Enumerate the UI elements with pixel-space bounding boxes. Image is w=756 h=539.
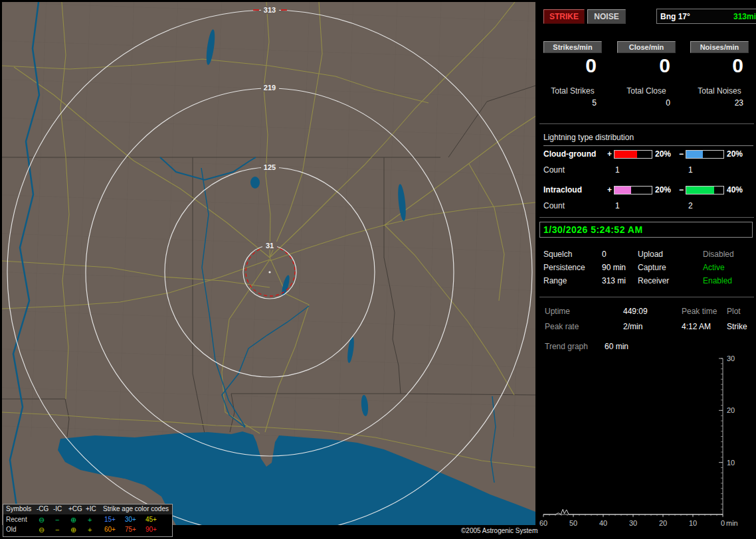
minus-ic-percent: 40% <box>727 185 743 194</box>
separator <box>539 123 754 124</box>
legend-row-label: Recent <box>6 516 27 523</box>
noise-mode-button[interactable]: NOISE <box>587 9 626 24</box>
svg-text:10: 10 <box>727 459 735 467</box>
legend-header: Symbols -CG -IC +CG +IC Strike age color… <box>3 504 172 514</box>
minus-ic-bar-fill <box>686 187 714 194</box>
type-name: Intracloud <box>543 185 582 194</box>
total-strikes-label: Total Strikes <box>543 86 602 96</box>
svg-text:min: min <box>726 519 738 527</box>
plus-ic-percent: 20% <box>655 185 671 194</box>
strikes-per-min-button[interactable]: Strikes/min <box>543 41 602 53</box>
minus-cg-percent: 20% <box>727 149 743 159</box>
total-close-value: 0 <box>617 98 670 108</box>
total-strikes-value: 5 <box>543 98 597 108</box>
type-name: Cloud-ground <box>543 149 596 159</box>
peak-time-value: 4:12 AM <box>682 322 711 331</box>
separator <box>539 217 754 218</box>
status-row: Range 313 mi Receiver Enabled <box>538 276 756 287</box>
plus-ic-count: 1 <box>615 201 620 210</box>
strike-trend-chart: 6050403020100302010min <box>538 355 756 534</box>
total-close-label: Total Close <box>617 86 676 96</box>
map-canvas: 313 219 125 31 <box>2 2 535 525</box>
strikes-counter: Strikes/min 0 Total Strikes 5 <box>543 41 602 121</box>
legend-header-neg-ic: -IC <box>53 505 62 512</box>
legend-header-pos-ic: +IC <box>86 505 96 512</box>
noises-per-min-value: 0 <box>690 54 743 77</box>
range-label: Range <box>543 276 567 285</box>
legend-header-pos-cg: +CG <box>68 505 82 512</box>
legend-row-label: Old <box>6 526 17 533</box>
receiver-status: Enabled <box>703 276 732 285</box>
intracloud-row: Intracloud + 20% − 40% <box>538 185 756 194</box>
strike-mode-button[interactable]: STRIKE <box>543 9 585 24</box>
noises-per-min-button[interactable]: Noises/min <box>690 41 749 53</box>
count-label: Count <box>543 165 565 175</box>
persistence-label: Persistence <box>543 263 585 272</box>
plot-label: Plot <box>727 307 741 316</box>
svg-text:20: 20 <box>659 519 667 527</box>
persistence-value: 90 min <box>602 263 626 272</box>
squelch-value: 0 <box>602 250 607 259</box>
age-chip: 15+ <box>104 516 116 523</box>
plus-cg-bar <box>614 150 652 159</box>
legend-row-recent: Recent ⊖ − ⊕ + 15+ 30+ 45+ <box>3 515 172 525</box>
noises-counter: Noises/min 0 Total Noises 23 <box>690 41 749 121</box>
lightning-map[interactable]: 313 219 125 31 <box>2 2 535 525</box>
strikes-per-min-value: 0 <box>543 54 597 77</box>
ring-label-31: 31 <box>266 242 274 250</box>
side-panel: STRIKE NOISE Bng 17° 313mi Strikes/min 0… <box>538 0 756 539</box>
neg-ic-symbol: − <box>55 516 59 524</box>
cloud-ground-row: Cloud-ground + 20% − 20% <box>538 149 756 159</box>
symbols-legend: Symbols -CG -IC +CG +IC Strike age color… <box>3 504 173 537</box>
minus-ic-bar <box>686 186 724 194</box>
stats-row: Peak rate 2/min 4:12 AM Strike <box>538 322 756 333</box>
plus-cg-count: 1 <box>615 165 620 175</box>
legend-header-symbols: Symbols <box>6 505 31 512</box>
clock-display: 1/30/2026 5:24:52 AM <box>539 222 753 238</box>
intracloud-count-row: Count 1 2 <box>538 201 756 210</box>
age-chip: 90+ <box>145 526 157 533</box>
bearing-value: Bng 17° <box>660 12 690 21</box>
minus-cg-bar-fill <box>686 151 703 158</box>
plus-sign: + <box>607 185 612 194</box>
close-counter: Close/min 0 Total Close 0 <box>617 41 676 121</box>
datetime-value: 1/30/2026 5:24:52 AM <box>540 224 643 235</box>
range-value: 313 mi <box>602 276 626 285</box>
copyright-label: ©2005 Astrogenic Systems <box>458 526 543 535</box>
pos-cg-symbol: ⊕ <box>70 526 76 534</box>
legend-header-age: Strike age color codes <box>103 505 169 512</box>
plus-cg-bar-fill <box>614 151 637 158</box>
neg-cg-symbol: ⊖ <box>39 526 45 534</box>
ring-label-219: 219 <box>264 84 276 92</box>
minus-ic-count: 2 <box>688 201 693 210</box>
uptime-value: 449:09 <box>623 307 648 316</box>
range-value: 313mi <box>733 12 756 21</box>
trend-graph-label: Trend graph <box>545 342 588 351</box>
pos-ic-symbol: + <box>88 526 92 534</box>
peak-rate-value: 2/min <box>623 322 642 331</box>
plus-sign: + <box>607 149 612 159</box>
minus-sign: − <box>679 185 684 194</box>
plot-value: Strike <box>727 322 747 331</box>
svg-text:30: 30 <box>629 519 637 527</box>
total-noises-label: Total Noises <box>690 86 749 96</box>
svg-text:40: 40 <box>599 519 607 527</box>
pos-ic-symbol: + <box>88 516 92 524</box>
status-row: Squelch 0 Upload Disabled <box>538 250 756 260</box>
stats-row: Uptime 449:09 Peak time Plot <box>538 307 756 317</box>
trend-window-value: 60 min <box>605 342 628 351</box>
peak-rate-label: Peak rate <box>545 322 579 331</box>
receiver-center-marker <box>268 271 270 273</box>
uptime-label: Uptime <box>545 307 570 316</box>
minus-cg-bar <box>686 150 724 159</box>
cloud-ground-count-row: Count 1 1 <box>538 165 756 175</box>
minus-cg-count: 1 <box>688 165 693 175</box>
ring-label-125: 125 <box>264 163 276 171</box>
age-chip: 45+ <box>145 516 157 523</box>
ring-label-313: 313 <box>264 6 276 14</box>
close-per-min-button[interactable]: Close/min <box>617 41 676 53</box>
svg-text:50: 50 <box>569 519 577 527</box>
plus-ic-bar-fill <box>614 187 631 194</box>
trend-series <box>543 509 723 514</box>
svg-text:60: 60 <box>539 519 547 527</box>
